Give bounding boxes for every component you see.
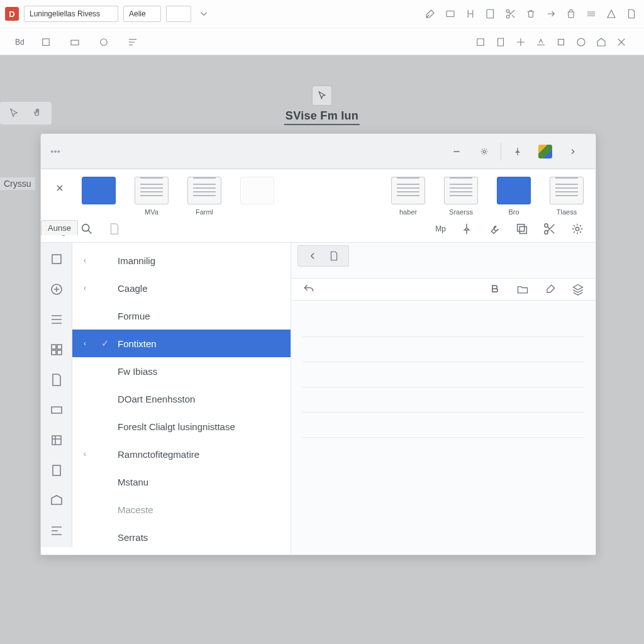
rail-item-icon[interactable] — [49, 463, 64, 478]
template-thumb-icon — [82, 177, 116, 204]
toolbar-icon[interactable] — [96, 35, 111, 50]
rail-item-icon[interactable] — [49, 312, 64, 327]
toolbar-icon[interactable] — [513, 35, 528, 50]
template-card[interactable]: Tlaess — [549, 177, 584, 216]
toolbar-icon[interactable] — [614, 35, 629, 50]
template-card[interactable]: Sraerss — [443, 177, 479, 216]
template-card[interactable]: Farml — [187, 177, 222, 216]
menu-item[interactable]: DOart Enenhsston — [72, 385, 291, 413]
template-card[interactable] — [81, 177, 116, 216]
address-field-1[interactable]: Luningeliellas Rivess — [24, 6, 118, 22]
window-minimize-button[interactable] — [443, 140, 470, 163]
wrench-icon[interactable] — [487, 222, 501, 236]
book-icon[interactable] — [483, 6, 498, 21]
layers-icon[interactable] — [572, 283, 584, 296]
rail-item-icon[interactable] — [49, 493, 64, 508]
list-item[interactable] — [303, 413, 584, 438]
list-item[interactable] — [303, 387, 584, 413]
ribbon-label: Bd — [15, 38, 25, 47]
cog-icon[interactable] — [570, 222, 584, 236]
tool-icon[interactable] — [463, 6, 478, 21]
preview-tab[interactable] — [297, 245, 349, 267]
list-item[interactable] — [303, 337, 584, 362]
menu-item[interactable]: Serrats — [72, 523, 291, 551]
rail-item-icon[interactable] — [49, 372, 64, 387]
toolbar-icon[interactable] — [574, 35, 589, 50]
trash-icon[interactable] — [523, 6, 538, 21]
toolbar-icon[interactable] — [38, 35, 53, 50]
tool-icon[interactable] — [423, 6, 438, 21]
dropdown-icon[interactable] — [196, 6, 211, 21]
template-card[interactable]: haber — [391, 177, 426, 216]
toolbar-icon[interactable] — [125, 35, 140, 50]
arrow-right-icon[interactable] — [543, 6, 558, 21]
menu-item[interactable]: Fw Ibiass — [72, 357, 291, 385]
rail-item-icon[interactable] — [49, 282, 64, 297]
toolbar-icon[interactable] — [594, 35, 609, 50]
svg-rect-14 — [518, 225, 525, 231]
tool-icon[interactable] — [443, 6, 458, 21]
hand-icon[interactable] — [30, 106, 45, 121]
chevron-right-icon[interactable] — [559, 140, 587, 163]
document-icon[interactable] — [108, 222, 121, 236]
window-settings-button[interactable] — [470, 140, 498, 163]
list-item[interactable] — [303, 362, 584, 387]
app-badge[interactable]: D — [5, 7, 19, 21]
shape-icon[interactable] — [604, 6, 619, 21]
toolbar-icon[interactable] — [473, 35, 488, 50]
rail-item-icon[interactable] — [49, 252, 64, 267]
rail-item-icon[interactable] — [49, 342, 64, 357]
menu-item[interactable]: Maceste — [72, 496, 291, 523]
theme-swatch[interactable] — [531, 140, 559, 163]
menu-item[interactable]: Mstanu — [72, 468, 291, 496]
toolbar-icon[interactable] — [533, 35, 548, 50]
menu-item[interactable]: Foreslt Clialgt lusingnisttase — [72, 413, 291, 440]
brush-icon[interactable] — [544, 283, 557, 296]
rail-item-icon[interactable] — [49, 523, 64, 538]
chevron-left-icon: ‹ — [84, 256, 92, 265]
cut-icon[interactable] — [543, 222, 557, 236]
bag-icon[interactable] — [564, 6, 579, 21]
ribbon-row-1: D Luningeliellas Rivess Aelie — [0, 0, 644, 28]
menu-dots-icon[interactable] — [50, 146, 61, 157]
pin-icon[interactable] — [504, 140, 531, 163]
toolbar-icon[interactable] — [67, 35, 82, 50]
search-icon[interactable] — [80, 222, 94, 236]
icon-rail — [41, 243, 72, 547]
menu-item[interactable]: ‹ Ramnctofitegmatire — [72, 440, 291, 468]
rail-badge: Aunse — [41, 220, 78, 235]
template-card[interactable]: Bro — [496, 177, 531, 216]
scissors-icon[interactable] — [503, 6, 518, 21]
template-thumb-icon — [135, 177, 169, 204]
template-card[interactable]: MVa — [134, 177, 169, 216]
cursor-icon[interactable] — [6, 106, 21, 121]
menu-item[interactable]: ‹ Caagle — [72, 274, 291, 302]
address-field-2[interactable]: Aelie — [123, 6, 161, 22]
app-ribbon: D Luningeliellas Rivess Aelie Bd — [0, 0, 644, 55]
address-field-3[interactable] — [166, 6, 191, 22]
toolbar-icon[interactable] — [493, 35, 508, 50]
menu-item[interactable]: Formue — [72, 302, 291, 330]
svg-point-17 — [575, 227, 579, 231]
svg-point-10 — [58, 150, 59, 152]
menu-item-selected[interactable]: ‹ ✓ Fontixten — [72, 330, 291, 357]
template-card[interactable] — [240, 177, 275, 216]
copy-icon[interactable] — [515, 222, 529, 236]
pin-icon[interactable] — [460, 222, 474, 236]
list-item[interactable] — [303, 312, 584, 337]
svg-rect-23 — [57, 350, 62, 355]
rail-item-icon[interactable] — [49, 402, 64, 418]
folder-icon[interactable] — [516, 283, 529, 296]
side-panel-label: Cryssu — [0, 177, 35, 190]
toolbar-icon[interactable] — [553, 35, 569, 50]
undo-icon[interactable] — [303, 283, 315, 296]
bold-icon[interactable] — [489, 283, 501, 296]
floating-mini-toolbar — [0, 102, 52, 125]
page-icon[interactable] — [624, 6, 639, 21]
close-icon[interactable] — [52, 180, 67, 196]
arrow-left-icon — [307, 250, 318, 262]
menu-item[interactable]: ‹ Imannilig — [72, 247, 291, 274]
rail-item-icon[interactable] — [49, 433, 64, 448]
stack-icon[interactable] — [584, 6, 599, 21]
template-thumb-icon — [187, 177, 221, 204]
